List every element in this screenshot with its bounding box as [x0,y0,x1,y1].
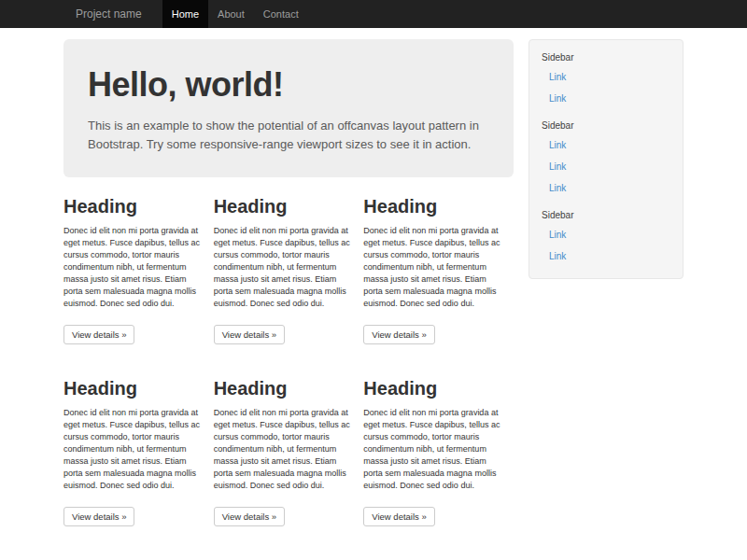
nav-item-contact[interactable]: Contact [254,0,308,28]
nav-item-about[interactable]: About [208,0,254,28]
card-text: Donec id elit non mi porta gravida at eg… [63,225,202,310]
content-row: Hello, world! This is an example to show… [63,28,684,541]
feature-row-2: Heading Donec id elit non mi porta gravi… [63,361,514,541]
jumbotron-description: This is an example to show the potential… [88,117,489,153]
card-text: Donec id elit non mi porta gravida at eg… [214,225,352,310]
sidebar: Sidebar Link Link Sidebar Link Link Link… [529,39,684,279]
card-heading: Heading [63,378,202,399]
page-container: Hello, world! This is an example to show… [63,28,684,560]
feature-card: Heading Donec id elit non mi porta gravi… [363,361,514,541]
feature-card: Heading Donec id elit non mi porta gravi… [363,179,514,359]
view-details-button[interactable]: View details » [63,325,134,344]
feature-card: Heading Donec id elit non mi porta gravi… [63,179,214,359]
card-heading: Heading [63,196,202,217]
view-details-button[interactable]: View details » [63,507,134,526]
sidebar-header: Sidebar [529,48,683,66]
page-title: Hello, world! [88,65,489,105]
sidebar-group-2: Sidebar Link Link Link [529,116,683,199]
sidebar-link[interactable]: Link [529,88,683,109]
sidebar-header: Sidebar [529,205,683,224]
card-text: Donec id elit non mi porta gravida at eg… [63,407,202,492]
feature-card: Heading Donec id elit non mi porta gravi… [214,179,364,359]
sidebar-column: Sidebar Link Link Sidebar Link Link Link… [529,28,684,279]
card-text: Donec id elit non mi porta gravida at eg… [214,407,352,492]
feature-card: Heading Donec id elit non mi porta gravi… [214,361,364,541]
navbar-menu: Home About Contact [162,0,308,28]
feature-row-1: Heading Donec id elit non mi porta gravi… [63,179,514,359]
navbar: Project name Home About Contact [0,0,747,28]
sidebar-group-3: Sidebar Link Link [529,205,683,267]
nav-item-home[interactable]: Home [162,0,208,28]
card-heading: Heading [363,196,501,217]
card-heading: Heading [214,196,352,217]
feature-card: Heading Donec id elit non mi porta gravi… [63,361,214,541]
sidebar-group-1: Sidebar Link Link [529,48,683,109]
navbar-container: Project name Home About Contact [63,0,684,28]
view-details-button[interactable]: View details » [214,325,285,344]
sidebar-link[interactable]: Link [529,156,683,177]
sidebar-link[interactable]: Link [529,245,683,267]
card-text: Donec id elit non mi porta gravida at eg… [363,407,501,492]
card-heading: Heading [214,378,352,399]
jumbotron: Hello, world! This is an example to show… [63,39,514,177]
card-text: Donec id elit non mi porta gravida at eg… [363,225,501,310]
main-content: Hello, world! This is an example to show… [63,28,529,541]
view-details-button[interactable]: View details » [214,507,285,526]
view-details-button[interactable]: View details » [363,325,434,344]
sidebar-link[interactable]: Link [529,66,683,88]
sidebar-link[interactable]: Link [529,134,683,156]
navbar-brand[interactable]: Project name [63,0,158,28]
view-details-button[interactable]: View details » [363,507,434,526]
sidebar-header: Sidebar [529,116,683,134]
sidebar-link[interactable]: Link [529,224,683,245]
sidebar-link[interactable]: Link [529,177,683,199]
card-heading: Heading [363,378,501,399]
